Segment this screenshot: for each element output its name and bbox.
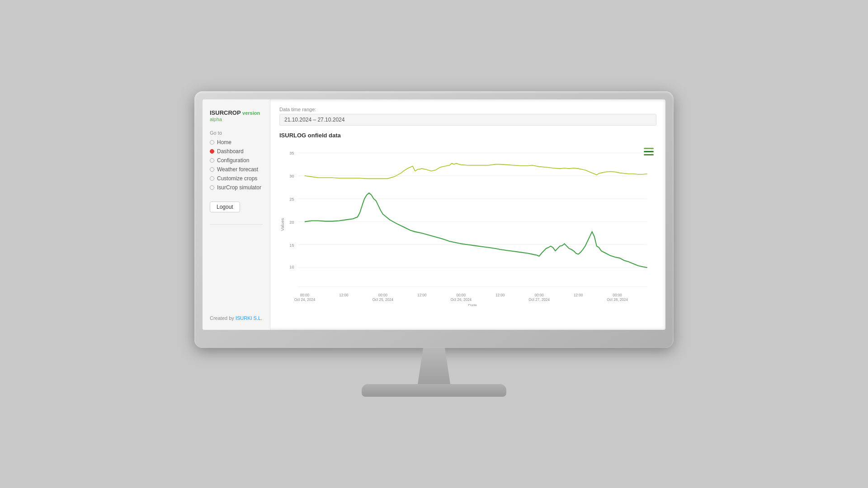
sidebar-item-home[interactable]: Home bbox=[210, 139, 263, 145]
nav-list: Home Dashboard Configuration Weather for… bbox=[210, 139, 263, 193]
svg-text:00:00: 00:00 bbox=[457, 293, 466, 297]
created-by: Created by ISURKI S.L. bbox=[210, 315, 263, 321]
sidebar-item-dashboard-label: Dashboard bbox=[217, 148, 244, 155]
svg-text:35: 35 bbox=[289, 151, 294, 155]
svg-text:12:00: 12:00 bbox=[417, 293, 427, 297]
radio-home bbox=[210, 140, 214, 145]
monitor-stand bbox=[194, 348, 674, 397]
chart-legend bbox=[644, 148, 654, 155]
date-range-label: Data time range: bbox=[279, 107, 656, 112]
sidebar-item-dashboard[interactable]: Dashboard bbox=[210, 148, 263, 155]
brand-version: version bbox=[242, 110, 260, 116]
main-content: Data time range: 21.10.2024 – 27.10.2024… bbox=[270, 99, 665, 330]
svg-text:00:00: 00:00 bbox=[613, 293, 622, 297]
created-by-label: Created by bbox=[210, 315, 234, 321]
sidebar-item-simulator-label: IsurCrop simulator bbox=[217, 184, 261, 191]
radio-crops bbox=[210, 176, 214, 181]
svg-text:00:00: 00:00 bbox=[378, 293, 388, 297]
svg-text:10: 10 bbox=[289, 265, 294, 269]
monitor-screen: ISURCROP version alpha Go to Home Dashbo… bbox=[203, 99, 665, 330]
legend-line-1 bbox=[644, 148, 654, 149]
svg-text:15: 15 bbox=[289, 243, 294, 248]
monitor-bezel: ISURCROP version alpha Go to Home Dashbo… bbox=[194, 91, 674, 348]
svg-text:Oct 28, 2024: Oct 28, 2024 bbox=[607, 297, 628, 302]
svg-text:00:00: 00:00 bbox=[300, 293, 310, 297]
brand-title: ISURCROP bbox=[210, 109, 241, 116]
svg-text:12:00: 12:00 bbox=[339, 293, 349, 297]
sidebar: ISURCROP version alpha Go to Home Dashbo… bbox=[203, 99, 270, 330]
chart-container: 35 30 25 20 15 10 Values 00:00 Oct 24, 2… bbox=[279, 143, 656, 306]
chart-svg: 35 30 25 20 15 10 Values 00:00 Oct 24, 2… bbox=[279, 143, 656, 306]
sidebar-item-simulator[interactable]: IsurCrop simulator bbox=[210, 184, 263, 191]
sidebar-divider bbox=[210, 224, 263, 225]
radio-simulator bbox=[210, 185, 214, 190]
brand-alpha: alpha bbox=[210, 117, 263, 122]
monitor: ISURCROP version alpha Go to Home Dashbo… bbox=[194, 91, 674, 397]
svg-text:Oct 24, 2024: Oct 24, 2024 bbox=[294, 297, 316, 302]
svg-text:12:00: 12:00 bbox=[574, 293, 583, 297]
svg-text:Values: Values bbox=[280, 218, 285, 231]
sidebar-item-configuration[interactable]: Configuration bbox=[210, 157, 263, 164]
stand-neck bbox=[407, 348, 461, 384]
svg-text:Oct 25, 2024: Oct 25, 2024 bbox=[373, 297, 394, 302]
svg-text:Date: Date bbox=[468, 303, 477, 306]
legend-line-2 bbox=[644, 151, 654, 152]
chart-title: ISURLOG onfield data bbox=[279, 132, 656, 139]
svg-text:30: 30 bbox=[289, 174, 294, 178]
stand-base bbox=[362, 384, 506, 397]
sidebar-item-weather-forecast[interactable]: Weather forecast bbox=[210, 166, 263, 173]
svg-text:25: 25 bbox=[289, 197, 294, 202]
radio-configuration bbox=[210, 158, 214, 163]
radio-dashboard bbox=[210, 149, 214, 154]
creator-link[interactable]: ISURKI S.L. bbox=[236, 315, 262, 321]
date-range-bar: 21.10.2024 – 27.10.2024 bbox=[279, 114, 656, 126]
sidebar-item-crops-label: Customize crops bbox=[217, 175, 257, 182]
sidebar-item-configuration-label: Configuration bbox=[217, 157, 249, 164]
brand-name: ISURCROP version bbox=[210, 109, 260, 116]
svg-text:12:00: 12:00 bbox=[495, 293, 505, 297]
sidebar-item-customize-crops[interactable]: Customize crops bbox=[210, 175, 263, 182]
goto-label: Go to bbox=[210, 130, 263, 136]
logout-button[interactable]: Logout bbox=[210, 202, 240, 212]
svg-text:Oct 27, 2024: Oct 27, 2024 bbox=[528, 297, 550, 302]
brand: ISURCROP version alpha bbox=[210, 108, 263, 122]
svg-text:20: 20 bbox=[289, 220, 294, 225]
sidebar-item-home-label: Home bbox=[217, 139, 231, 145]
legend-line-3 bbox=[644, 154, 654, 155]
radio-weather bbox=[210, 167, 214, 172]
sidebar-item-weather-label: Weather forecast bbox=[217, 166, 258, 173]
svg-text:Oct 26, 2024: Oct 26, 2024 bbox=[450, 297, 472, 302]
svg-text:00:00: 00:00 bbox=[534, 293, 544, 297]
